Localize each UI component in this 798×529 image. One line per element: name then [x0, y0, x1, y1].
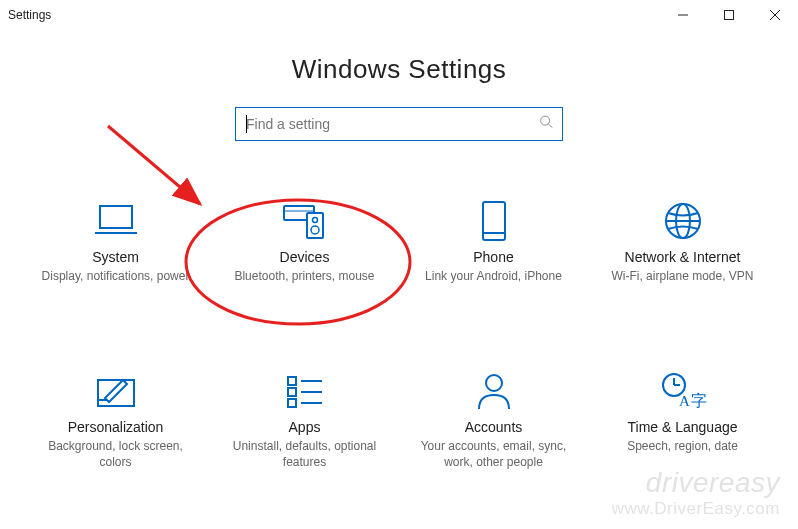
tile-label: System — [92, 249, 139, 265]
text-cursor — [246, 115, 247, 133]
tile-system[interactable]: System Display, notifications, power — [26, 199, 205, 284]
svg-rect-6 — [100, 206, 132, 228]
tile-label: Apps — [289, 419, 321, 435]
tile-desc: Wi-Fi, airplane mode, VPN — [611, 268, 753, 284]
tile-desc: Link your Android, iPhone — [425, 268, 562, 284]
globe-icon — [663, 199, 703, 243]
svg-rect-1 — [725, 11, 734, 20]
tile-desc: Speech, region, date — [627, 438, 738, 454]
tile-label: Time & Language — [628, 419, 738, 435]
tile-label: Network & Internet — [625, 249, 741, 265]
svg-point-4 — [541, 116, 550, 125]
svg-point-26 — [486, 375, 502, 391]
tile-desc: Your accounts, email, sync, work, other … — [409, 438, 579, 470]
tile-label: Devices — [280, 249, 330, 265]
tile-desc: Background, lock screen, colors — [31, 438, 201, 470]
search-icon — [539, 115, 554, 134]
settings-tiles: System Display, notifications, power Dev… — [0, 199, 798, 471]
search-input[interactable] — [246, 116, 528, 132]
tile-apps[interactable]: Apps Uninstall, defaults, optional featu… — [215, 369, 394, 470]
tile-accounts[interactable]: Accounts Your accounts, email, sync, wor… — [404, 369, 583, 470]
svg-text:A: A — [679, 393, 690, 409]
svg-rect-13 — [483, 202, 505, 240]
watermark-line1: drivereasy — [612, 467, 780, 499]
tile-label: Personalization — [68, 419, 164, 435]
svg-text:字: 字 — [691, 392, 707, 409]
maximize-button[interactable] — [706, 0, 752, 30]
watermark-line2: www.DriverEasy.com — [612, 499, 780, 519]
search-box[interactable] — [235, 107, 563, 141]
apps-icon — [284, 369, 326, 413]
personalization-icon — [93, 369, 139, 413]
titlebar: Settings — [0, 0, 798, 30]
svg-rect-20 — [288, 377, 296, 385]
window-title: Settings — [8, 8, 51, 22]
laptop-icon — [93, 199, 139, 243]
page-title: Windows Settings — [0, 54, 798, 85]
time-language-icon: A 字 — [659, 369, 707, 413]
svg-line-5 — [549, 124, 553, 128]
close-button[interactable] — [752, 0, 798, 30]
tile-desc: Display, notifications, power — [42, 268, 190, 284]
tile-personalization[interactable]: Personalization Background, lock screen,… — [26, 369, 205, 470]
person-icon — [475, 369, 513, 413]
tile-devices[interactable]: Devices Bluetooth, printers, mouse — [215, 199, 394, 284]
svg-rect-18 — [98, 380, 134, 406]
minimize-button[interactable] — [660, 0, 706, 30]
tile-time-language[interactable]: A 字 Time & Language Speech, region, date — [593, 369, 772, 470]
tile-desc: Bluetooth, printers, mouse — [234, 268, 374, 284]
watermark: drivereasy www.DriverEasy.com — [612, 467, 780, 519]
tile-phone[interactable]: Phone Link your Android, iPhone — [404, 199, 583, 284]
window-controls — [660, 0, 798, 30]
search-container — [0, 107, 798, 141]
devices-icon — [280, 199, 330, 243]
svg-rect-24 — [288, 399, 296, 407]
tile-label: Phone — [473, 249, 513, 265]
tile-label: Accounts — [465, 419, 523, 435]
tile-desc: Uninstall, defaults, optional features — [220, 438, 390, 470]
tile-network[interactable]: Network & Internet Wi-Fi, airplane mode,… — [593, 199, 772, 284]
phone-icon — [480, 199, 508, 243]
svg-rect-22 — [288, 388, 296, 396]
